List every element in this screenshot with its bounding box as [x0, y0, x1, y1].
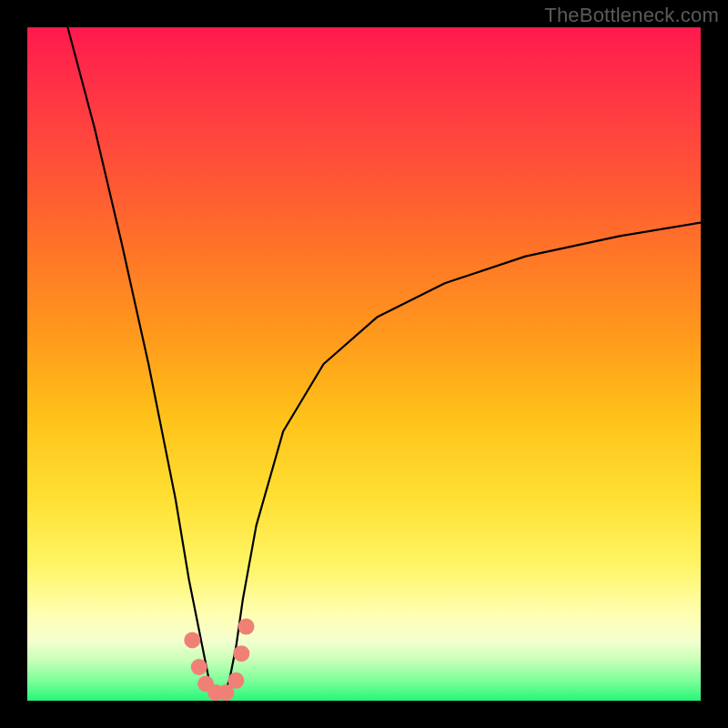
highlight-dot	[191, 659, 207, 675]
highlight-dots-group	[184, 619, 254, 701]
highlight-dot	[238, 619, 255, 635]
chart-frame: TheBottleneck.com	[0, 0, 728, 728]
watermark-text: TheBottleneck.com	[544, 4, 719, 27]
bottleneck-curve	[67, 27, 701, 697]
plot-area	[27, 27, 701, 701]
highlight-dot	[228, 672, 244, 689]
highlight-dot	[184, 632, 200, 648]
chart-svg	[27, 27, 701, 701]
highlight-dot	[233, 645, 249, 662]
